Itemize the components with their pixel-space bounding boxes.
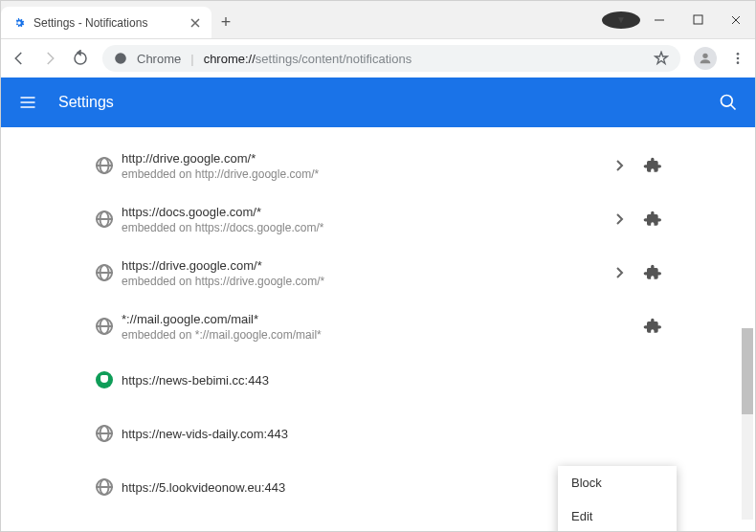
site-url: https://drive.google.com/* [122,258,606,273]
forward-button[interactable] [41,50,58,67]
site-info: http://drive.google.com/*embedded on htt… [122,151,606,181]
tab-title: Settings - Notifications [33,16,147,30]
site-embed-label: embedded on https://docs.google.com/* [122,221,606,234]
context-menu: Block Edit Remove [558,466,677,532]
scrollbar-thumb[interactable] [742,328,753,414]
extension-icon[interactable] [634,317,669,336]
globe-icon [87,157,122,174]
url-scheme: Chrome [137,52,181,66]
site-row[interactable]: https://drive.google.com/*embedded on ht… [81,246,675,299]
site-info: https://drive.google.com/*embedded on ht… [122,258,606,288]
maximize-button[interactable] [678,1,717,38]
site-info-icon[interactable] [114,52,127,65]
globe-icon [87,425,122,442]
chevron-right-icon[interactable] [606,267,634,278]
extension-icon[interactable] [634,263,669,282]
site-embed-label: embedded on *://mail.google.com/mail* [122,328,634,342]
browser-tab[interactable]: Settings - Notifications [1,7,211,38]
bookmark-icon[interactable] [654,51,669,66]
globe-icon [87,264,122,281]
address-bar[interactable]: Chrome | chrome://settings/content/notif… [102,45,680,72]
page-title: Settings [58,94,114,111]
site-row[interactable]: https://news-bebimi.cc:443 [81,353,675,407]
close-window-button[interactable] [717,1,755,38]
minimize-button[interactable] [640,1,678,38]
site-row[interactable]: http://drive.google.com/*embedded on htt… [81,139,675,192]
svg-point-3 [737,53,740,55]
svg-point-1 [115,53,126,64]
svg-rect-0 [694,15,702,24]
close-icon[interactable] [190,18,200,28]
new-tab-button[interactable]: + [211,7,240,38]
browser-toolbar: Chrome | chrome://settings/content/notif… [1,39,755,78]
svg-point-5 [737,61,740,64]
incognito-indicator: ▼ [602,1,640,38]
notification-icon [87,371,122,388]
site-info: *://mail.google.com/mail*embedded on *:/… [122,312,634,342]
globe-icon [87,318,122,335]
site-url: https://docs.google.com/* [122,205,606,219]
site-url: *://mail.google.com/mail* [122,312,634,326]
url-host: chrome:// [204,52,256,66]
titlebar: Settings - Notifications + ▼ [1,1,755,39]
menu-button[interactable] [730,51,745,66]
chevron-right-icon[interactable] [606,213,634,225]
settings-header: Settings [1,78,755,127]
site-info: https://news-bebimi.cc:443 [122,373,669,388]
reload-button[interactable] [72,50,89,67]
site-info: https://new-vids-daily.com:443 [122,427,669,441]
site-list: http://drive.google.com/*embedded on htt… [81,127,675,514]
extension-icon[interactable] [634,156,669,175]
site-embed-label: embedded on https://drive.google.com/* [122,275,606,288]
site-info: https://docs.google.com/*embedded on htt… [122,205,606,234]
globe-icon [87,211,122,228]
ctx-edit[interactable]: Edit [558,499,677,532]
site-url: https://new-vids-daily.com:443 [122,427,669,441]
chevron-right-icon[interactable] [606,160,634,171]
gear-icon [12,16,26,30]
site-row[interactable]: https://new-vids-daily.com:443 [81,407,675,460]
content-area: http://drive.google.com/*embedded on htt… [1,127,755,532]
profile-avatar[interactable] [694,47,717,70]
window-controls: ▼ [602,1,755,38]
site-url: http://drive.google.com/* [122,151,606,166]
site-row[interactable]: https://docs.google.com/*embedded on htt… [81,192,675,246]
search-icon[interactable] [719,93,738,112]
ctx-block[interactable]: Block [558,466,677,499]
back-button[interactable] [11,50,28,67]
site-row[interactable]: *://mail.google.com/mail*embedded on *:/… [81,299,675,353]
hamburger-icon[interactable] [18,93,37,112]
url-path: settings/content/notifications [256,52,411,66]
svg-point-4 [737,57,740,60]
extension-icon[interactable] [634,210,669,229]
site-embed-label: embedded on http://drive.google.com/* [122,167,606,181]
scrollbar[interactable] [742,328,753,520]
globe-icon [87,478,122,496]
svg-point-6 [722,96,733,107]
svg-point-2 [702,54,707,58]
site-url: https://news-bebimi.cc:443 [122,373,669,388]
